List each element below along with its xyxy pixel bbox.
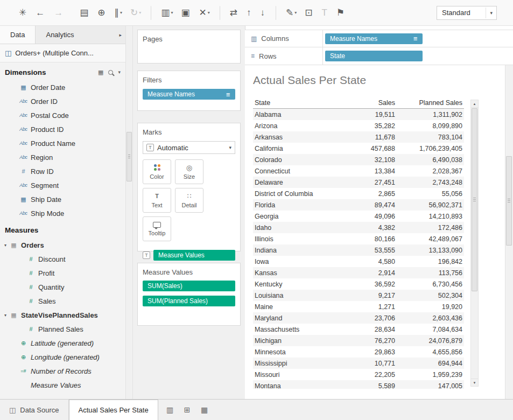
redo-icon[interactable]: → xyxy=(51,5,67,20)
scroll-up-icon[interactable]: ▲ xyxy=(471,100,478,108)
new-dashboard-icon[interactable]: ⊞ xyxy=(181,403,194,416)
table-row[interactable]: Massachusetts 28,634 7,084,634 xyxy=(253,324,464,335)
table-row[interactable]: District of Columbia 2,865 55,056 xyxy=(253,188,464,199)
highlight-icon[interactable]: ✎ ▾ xyxy=(283,5,299,20)
field-item[interactable]: # Row ID xyxy=(0,164,125,178)
run-update-icon[interactable]: ↻ ▾ xyxy=(128,5,144,20)
pages-card[interactable]: Pages xyxy=(137,30,241,64)
scrollbar-thumb[interactable] xyxy=(472,108,477,291)
sort-ascending-icon[interactable]: ↑ xyxy=(244,5,255,20)
mark-type-select[interactable]: T Automatic ▾ xyxy=(143,141,235,154)
columns-pills[interactable]: Measure Names ≣ xyxy=(323,30,513,47)
rows-pills[interactable]: State xyxy=(323,47,513,65)
new-story-icon[interactable]: ▦ xyxy=(198,403,211,416)
rows-pill-state[interactable]: State xyxy=(325,51,423,61)
new-datasource-icon[interactable]: ⊕ xyxy=(95,5,109,20)
sort-descending-icon[interactable]: ↓ xyxy=(258,5,269,20)
table-row[interactable]: Arizona 35,282 8,099,890 xyxy=(253,120,464,131)
text-button[interactable]: T Text xyxy=(143,188,171,213)
table-row[interactable]: Arkansas 11,678 783,104 xyxy=(253,131,464,143)
table-row[interactable]: Delaware 27,451 2,743,248 xyxy=(253,177,464,188)
scrollbar-thumb[interactable] xyxy=(506,156,512,246)
table-row[interactable]: Maryland 23,706 2,603,436 xyxy=(253,312,464,324)
measure-values-pill[interactable]: Measure Values xyxy=(153,250,235,261)
tab-data-source[interactable]: ◫ Data Source xyxy=(0,400,69,420)
table-row[interactable]: Connecticut 13,384 2,028,367 xyxy=(253,165,464,177)
field-item[interactable]: ▦ Order Date xyxy=(0,80,125,94)
pane-options-icon[interactable]: ▸ xyxy=(115,26,125,44)
table-row[interactable]: Kansas 2,914 113,756 xyxy=(253,267,464,278)
fit-mode-select[interactable]: Standard ▾ xyxy=(437,6,497,20)
field-item[interactable]: # Quantity xyxy=(0,280,125,294)
view-data-grid-icon[interactable]: ▦ xyxy=(98,69,103,76)
duplicate-sheet-icon[interactable]: ▣ xyxy=(178,5,193,20)
search-icon[interactable] xyxy=(108,70,113,75)
table-row[interactable]: Michigan 76,270 24,076,879 xyxy=(253,335,464,346)
scroll-down-icon[interactable]: ▼ xyxy=(471,379,478,386)
scrollbar-thumb[interactable] xyxy=(127,132,132,181)
tab-sheet-actual-sales-per-state[interactable]: Actual Sales Per State xyxy=(69,400,158,420)
sort-options-icon[interactable]: ▾ xyxy=(118,69,121,75)
tab-analytics[interactable]: Analytics xyxy=(36,26,84,44)
filters-card[interactable]: Filters Measure Names ≣ xyxy=(137,71,241,111)
table-row[interactable]: Idaho 4,382 172,486 xyxy=(253,222,464,233)
table-row[interactable]: Colorado 32,108 6,490,038 xyxy=(253,154,464,165)
table-row[interactable]: Minnesota 29,863 4,655,856 xyxy=(253,346,464,358)
table-row[interactable]: Iowa 4,580 196,842 xyxy=(253,256,464,267)
field-item[interactable]: Abc Product ID xyxy=(0,122,125,136)
tooltip-button[interactable]: Tooltip xyxy=(143,216,171,241)
table-row[interactable]: Georgia 49,096 14,210,893 xyxy=(253,211,464,222)
window-scrollbar[interactable] xyxy=(505,65,513,399)
field-item[interactable]: =# Number of Records xyxy=(0,364,125,378)
field-item[interactable]: ⊕ Longitude (generated) xyxy=(0,350,125,364)
field-item[interactable]: Abc Region xyxy=(0,150,125,164)
fix-axes-icon[interactable]: ⚑ xyxy=(334,5,348,20)
clear-sheet-icon[interactable]: ✕ ▾ xyxy=(196,5,212,20)
text-encoding-icon[interactable]: T xyxy=(143,251,150,259)
field-item[interactable]: # Planned Sales xyxy=(0,322,125,336)
table-row[interactable]: Louisiana 9,217 502,304 xyxy=(253,290,464,301)
table-row[interactable]: Mississippi 10,771 694,944 xyxy=(253,358,464,369)
column-header-planned-sales[interactable]: Planned Sales xyxy=(397,99,464,107)
measure-pill[interactable]: SUM(Sales) xyxy=(143,281,235,291)
field-item[interactable]: ⊕ Latitude (generated) xyxy=(0,336,125,350)
measure-pill[interactable]: SUM(Planned Sales) xyxy=(143,296,235,306)
field-item[interactable]: ▾ ▦ Orders xyxy=(0,238,125,252)
data-pane-scrollbar[interactable] xyxy=(125,26,133,399)
field-item[interactable]: ▾ ▦ StateVisePlannedSales xyxy=(0,308,125,322)
field-item[interactable]: # Discount xyxy=(0,252,125,266)
new-worksheet-icon[interactable]: ▥ xyxy=(164,403,177,416)
table-scrollbar[interactable]: ▲ ▼ xyxy=(470,100,479,387)
field-item[interactable]: # Profit xyxy=(0,266,125,280)
table-row[interactable]: Montana 5,589 147,005 xyxy=(253,380,464,389)
undo-icon[interactable]: ← xyxy=(33,5,48,20)
table-row[interactable]: Florida 89,474 56,902,371 xyxy=(253,199,464,211)
field-item[interactable]: Abc Postal Code xyxy=(0,108,125,122)
table-row[interactable]: Maine 1,271 19,920 xyxy=(253,301,464,312)
table-row[interactable]: California 457,688 1,706,239,405 xyxy=(253,143,464,154)
color-button[interactable]: Color xyxy=(143,159,171,184)
field-item[interactable]: Measure Values xyxy=(0,378,125,392)
field-item[interactable]: Abc Product Name xyxy=(0,136,125,150)
table-row[interactable]: Indiana 53,555 13,133,090 xyxy=(253,244,464,256)
detail-button[interactable]: ∷ Detail xyxy=(175,188,203,213)
field-item[interactable]: Abc Order ID xyxy=(0,94,125,108)
tab-data[interactable]: Data xyxy=(0,26,36,44)
column-header-sales[interactable]: Sales xyxy=(347,99,397,107)
swap-rows-columns-icon[interactable]: ⇄ xyxy=(227,5,241,20)
save-icon[interactable]: ▤ xyxy=(77,5,92,20)
field-item[interactable]: Abc Ship Mode xyxy=(0,206,125,220)
new-worksheet-icon[interactable]: ▥ ▾ xyxy=(158,5,175,20)
group-members-icon[interactable]: ⊡ xyxy=(302,5,316,20)
column-header-state[interactable]: State xyxy=(253,99,347,107)
field-item[interactable]: Abc Segment xyxy=(0,178,125,192)
filter-pill-measure-names[interactable]: Measure Names ≣ xyxy=(143,89,235,100)
size-button[interactable]: ◎ Size xyxy=(175,159,203,184)
columns-pill-measure-names[interactable]: Measure Names ≣ xyxy=(325,33,423,44)
table-row[interactable]: Missouri 22,205 1,959,239 xyxy=(253,369,464,380)
field-item[interactable]: ▦ Ship Date xyxy=(0,192,125,206)
table-row[interactable]: Alabama 19,511 1,311,902 xyxy=(253,109,464,120)
field-item[interactable]: # Sales xyxy=(0,294,125,308)
show-mark-labels-icon[interactable]: T xyxy=(319,5,331,20)
tableau-logo-icon[interactable]: ✳ xyxy=(16,5,30,20)
